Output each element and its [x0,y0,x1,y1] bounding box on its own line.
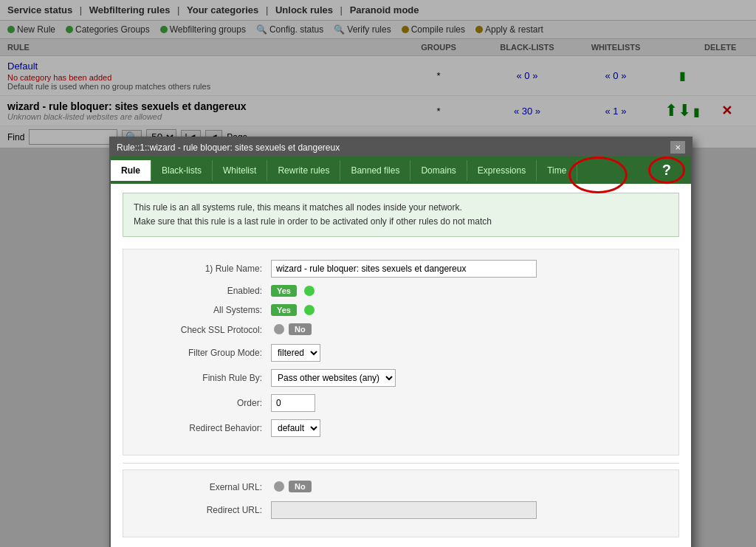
rule-edit-modal: Rule::1::wizard - rule bloquer: sites se… [109,137,693,148]
modal-overlay[interactable] [0,0,756,148]
modal-titlebar: Rule::1::wizard - rule bloquer: sites se… [111,138,691,148]
modal-title: Rule::1::wizard - rule bloquer: sites se… [117,142,340,149]
modal-close-button[interactable]: × [670,141,685,148]
